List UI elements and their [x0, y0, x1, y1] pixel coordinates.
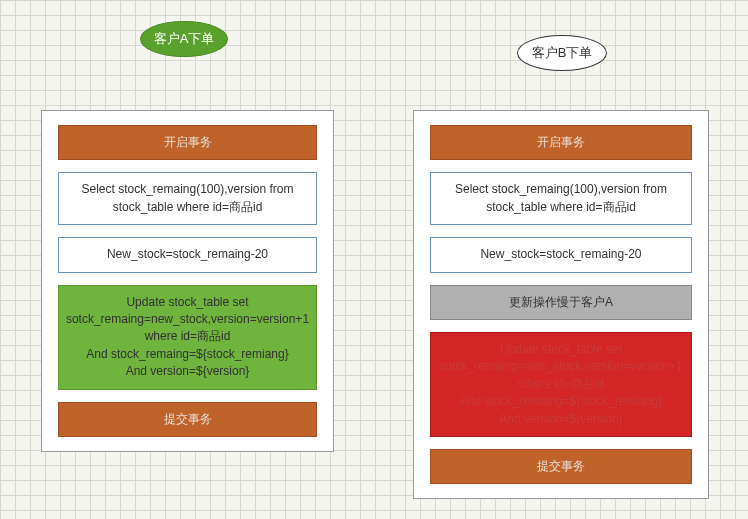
step-update-fail: Update stock_table set sotck_remaing=new… — [430, 332, 692, 437]
step-calculate-new-stock: New_stock=stock_remaing-20 — [58, 237, 317, 272]
step-label: 开启事务 — [164, 135, 212, 149]
step-label: 提交事务 — [537, 459, 585, 473]
step-calculate-new-stock: New_stock=stock_remaing-20 — [430, 237, 692, 272]
step-commit-transaction: 提交事务 — [58, 402, 317, 437]
step-wait-slower: 更新操作慢于客户A — [430, 285, 692, 320]
step-select-stock: Select stock_remaing(100),version from s… — [58, 172, 317, 225]
step-begin-transaction: 开启事务 — [430, 125, 692, 160]
step-label: Update stock_table set sotck_remaing=new… — [66, 295, 309, 379]
customer-a-title-ellipse: 客户A下单 — [140, 21, 228, 57]
step-commit-transaction: 提交事务 — [430, 449, 692, 484]
step-label: New_stock=stock_remaing-20 — [107, 247, 268, 261]
step-label: 开启事务 — [537, 135, 585, 149]
customer-a-flow-container: 开启事务 Select stock_remaing(100),version f… — [41, 110, 334, 452]
step-label: 更新操作慢于客户A — [509, 295, 613, 309]
step-label: Select stock_remaing(100),version from s… — [81, 182, 293, 213]
customer-b-flow-container: 开启事务 Select stock_remaing(100),version f… — [413, 110, 709, 499]
step-label: 提交事务 — [164, 412, 212, 426]
step-label: Select stock_remaing(100),version from s… — [455, 182, 667, 213]
step-begin-transaction: 开启事务 — [58, 125, 317, 160]
step-label: Update stock_table set sotck_remaing=new… — [439, 342, 682, 426]
customer-b-title-ellipse: 客户B下单 — [517, 35, 607, 71]
customer-b-title: 客户B下单 — [532, 44, 593, 62]
customer-a-title: 客户A下单 — [154, 30, 215, 48]
step-select-stock: Select stock_remaing(100),version from s… — [430, 172, 692, 225]
step-label: New_stock=stock_remaing-20 — [480, 247, 641, 261]
step-update-success: Update stock_table set sotck_remaing=new… — [58, 285, 317, 390]
